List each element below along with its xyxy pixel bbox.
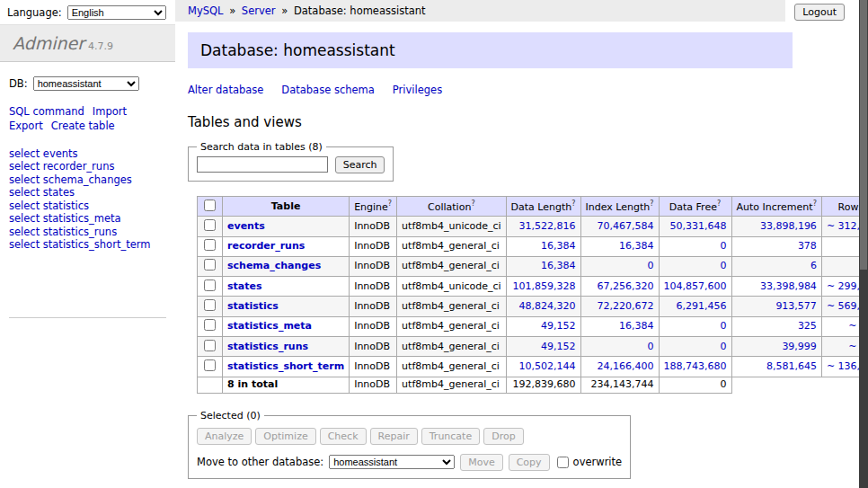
language-select[interactable]: English: [67, 5, 166, 20]
index-length-cell[interactable]: 16,384: [580, 236, 659, 256]
row-checkbox[interactable]: [204, 239, 216, 251]
auto-increment-cell[interactable]: 913,577: [731, 297, 821, 316]
index-length-cell[interactable]: 24,166,400: [580, 357, 659, 377]
column-help-link[interactable]: ?: [717, 200, 721, 208]
data-length-cell[interactable]: 101,859,328: [506, 277, 580, 297]
db-action-link[interactable]: Privileges: [393, 84, 442, 96]
data-length-cell[interactable]: 10,502,144: [506, 357, 580, 377]
sidebar-table-link[interactable]: select schema_changes: [9, 173, 166, 187]
index-length-cell[interactable]: 0: [580, 337, 659, 357]
tables-header-row: TableEngine?Collation?Data Length?Index …: [198, 197, 868, 217]
column-header-index-length[interactable]: Index Length?: [580, 197, 659, 217]
sidebar-table-link[interactable]: select statistics: [9, 200, 166, 213]
column-header-table[interactable]: Table: [223, 197, 350, 217]
sql-command-link[interactable]: SQL command: [9, 105, 84, 118]
breadcrumb-mysql-link[interactable]: MySQL: [188, 4, 224, 17]
overwrite-option[interactable]: overwrite: [555, 456, 623, 469]
index-length-cell[interactable]: 72,220,672: [580, 297, 659, 316]
table-name-link[interactable]: states: [227, 280, 262, 292]
data-free-cell[interactable]: 0: [659, 236, 731, 256]
data-free-cell[interactable]: 50,331,648: [659, 217, 731, 236]
row-checkbox[interactable]: [204, 340, 216, 351]
auto-increment-cell[interactable]: 39,999: [731, 337, 821, 357]
row-checkbox[interactable]: [204, 219, 216, 231]
table-name-link[interactable]: schema_changes: [227, 260, 321, 271]
db-select[interactable]: homeassistant: [33, 76, 139, 91]
index-length-cell[interactable]: 0: [580, 256, 659, 276]
column-header-data-free[interactable]: Data Free?: [659, 197, 731, 217]
sidebar-table-link[interactable]: select statistics_meta: [9, 213, 166, 226]
data-length-cell[interactable]: 49,152: [506, 316, 580, 336]
move-button[interactable]: Move: [460, 454, 503, 471]
truncate-button[interactable]: Truncate: [421, 428, 480, 445]
table-name-link[interactable]: statistics_short_term: [227, 360, 344, 372]
column-help-link[interactable]: ?: [388, 200, 392, 208]
table-name-link[interactable]: statistics_meta: [227, 320, 312, 332]
check-button[interactable]: Check: [320, 428, 367, 445]
copy-button[interactable]: Copy: [509, 454, 550, 471]
data-free-cell[interactable]: 0: [659, 256, 731, 276]
db-action-link[interactable]: Alter database: [188, 84, 263, 96]
breadcrumb-server-link[interactable]: Server: [242, 4, 276, 17]
row-checkbox[interactable]: [204, 279, 216, 291]
scrollbar[interactable]: [859, 0, 868, 488]
data-length-cell[interactable]: 16,384: [506, 256, 580, 276]
select-all-checkbox[interactable]: [204, 200, 216, 211]
table-name-link[interactable]: events: [227, 220, 265, 232]
data-free-cell[interactable]: 0: [659, 337, 731, 357]
move-db-select[interactable]: homeassistant: [329, 455, 455, 469]
data-free-cell[interactable]: 6,291,456: [659, 297, 731, 316]
drop-button[interactable]: Drop: [483, 428, 523, 445]
export-link[interactable]: Export: [9, 120, 43, 132]
create-table-side-link[interactable]: Create table: [51, 120, 115, 132]
adminer-logo-link[interactable]: Adminer: [13, 33, 84, 53]
auto-increment-cell[interactable]: 33,898,196: [731, 217, 821, 236]
analyze-button[interactable]: Analyze: [197, 428, 252, 445]
repair-button[interactable]: Repair: [370, 428, 418, 445]
search-button[interactable]: Search: [335, 156, 385, 173]
auto-increment-cell[interactable]: 6: [731, 256, 821, 276]
column-help-link[interactable]: ?: [650, 200, 653, 208]
index-length-cell[interactable]: 16,384: [580, 316, 659, 336]
row-checkbox[interactable]: [204, 259, 216, 271]
column-help-link[interactable]: ?: [571, 200, 575, 208]
data-length-cell[interactable]: 49,152: [506, 337, 580, 357]
db-action-link[interactable]: Database schema: [281, 84, 374, 96]
column-header-auto-increment[interactable]: Auto Increment?: [731, 197, 821, 217]
logout-button[interactable]: Logout: [794, 4, 845, 21]
auto-increment-cell[interactable]: 8,581,645: [731, 357, 821, 377]
table-name-link[interactable]: statistics_runs: [227, 341, 308, 352]
table-name-link[interactable]: recorder_runs: [227, 240, 305, 252]
column-header-engine[interactable]: Engine?: [350, 197, 397, 217]
column-help-link[interactable]: ?: [471, 200, 474, 208]
data-length-cell[interactable]: 48,824,320: [506, 297, 580, 316]
row-checkbox[interactable]: [204, 299, 216, 311]
table-row: statesInnoDButf8mb4_unicode_ci101,859,32…: [198, 277, 868, 297]
column-header-collation[interactable]: Collation?: [397, 197, 506, 217]
table-name-link[interactable]: statistics: [227, 300, 279, 312]
data-free-cell[interactable]: 188,743,680: [659, 357, 731, 377]
row-checkbox[interactable]: [204, 359, 216, 371]
sidebar-table-link[interactable]: select statistics_runs: [9, 226, 166, 239]
sidebar-table-link[interactable]: select states: [9, 187, 166, 200]
auto-increment-cell[interactable]: 325: [731, 316, 821, 336]
index-length-cell[interactable]: 67,256,320: [580, 277, 659, 297]
data-length-cell[interactable]: 31,522,816: [506, 217, 580, 236]
column-help-link[interactable]: ?: [813, 200, 817, 208]
row-checkbox[interactable]: [204, 319, 216, 331]
data-length-cell[interactable]: 16,384: [506, 236, 580, 256]
overwrite-checkbox[interactable]: [557, 457, 569, 468]
sidebar-table-link[interactable]: select statistics_short_term: [9, 239, 166, 253]
optimize-button[interactable]: Optimize: [255, 428, 315, 445]
column-header-data-length[interactable]: Data Length?: [506, 197, 580, 217]
auto-increment-cell[interactable]: 33,398,984: [731, 277, 821, 297]
sidebar-table-link[interactable]: select recorder_runs: [9, 161, 166, 174]
data-free-cell[interactable]: 0: [659, 316, 731, 336]
import-link[interactable]: Import: [93, 105, 127, 118]
search-input[interactable]: [197, 156, 328, 173]
sidebar-table-link[interactable]: select events: [9, 147, 166, 161]
index-length-cell[interactable]: 70,467,584: [580, 217, 659, 236]
auto-increment-cell[interactable]: 378: [731, 236, 821, 256]
data-free-cell[interactable]: 104,857,600: [659, 277, 731, 297]
scrollbar-thumb[interactable]: [860, 0, 867, 270]
